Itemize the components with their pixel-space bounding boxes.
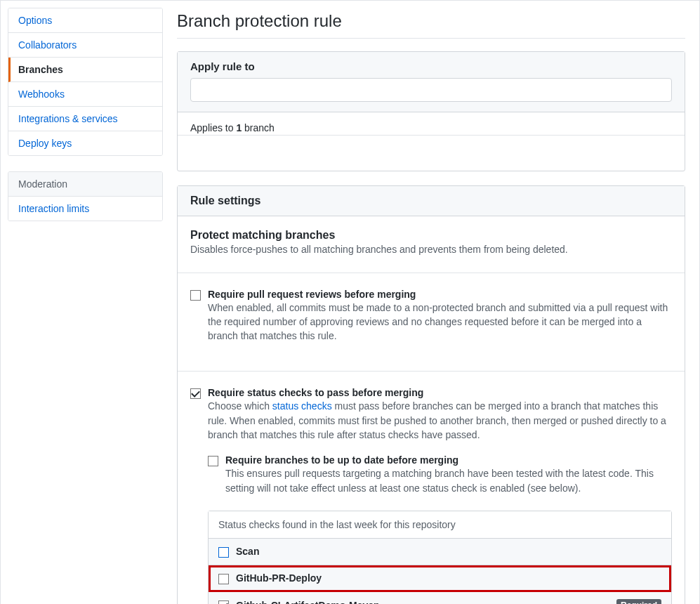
protect-heading: Protect matching branches	[190, 229, 672, 242]
status-checks-link[interactable]: status checks	[272, 400, 332, 412]
status-check-row-ci-maven[interactable]: Github-CI-ArtifactDemo-Maven Required	[209, 592, 671, 604]
applies-to-text: Applies to 1 branch	[178, 112, 685, 136]
protect-desc: Disables force-pushes to all matching br…	[190, 243, 672, 257]
require-up-to-date-desc: This ensures pull requests targeting a m…	[225, 466, 672, 495]
status-check-pr-deploy-label: GitHub-PR-Deploy	[236, 572, 322, 584]
status-check-ci-maven-label: Github-CI-ArtifactDemo-Maven	[236, 600, 380, 604]
nav-item-integrations[interactable]: Integrations & services	[8, 107, 162, 131]
require-status-checks-checkbox[interactable]	[190, 388, 201, 399]
required-badge: Required	[616, 599, 661, 604]
status-check-ci-maven-checkbox[interactable]	[218, 600, 229, 604]
apply-rule-panel: Apply rule to Applies to 1 branch	[177, 51, 685, 171]
require-up-to-date-label: Require branches to be up to date before…	[225, 454, 672, 466]
nav-item-branches[interactable]: Branches	[8, 58, 162, 82]
status-checks-found-label: Status checks found in the last week for…	[209, 511, 671, 539]
branch-pattern-input[interactable]	[190, 78, 672, 102]
require-pr-reviews-desc: When enabled, all commits must be made t…	[208, 301, 672, 343]
nav-item-webhooks[interactable]: Webhooks	[8, 82, 162, 107]
status-check-scan-checkbox[interactable]	[218, 547, 229, 558]
rule-settings-panel: Rule settings Protect matching branches …	[177, 185, 685, 604]
require-pr-reviews-checkbox[interactable]	[190, 290, 201, 301]
rule-settings-header: Rule settings	[178, 186, 685, 216]
settings-nav: Options Collaborators Branches Webhooks …	[8, 8, 163, 156]
require-status-checks-desc: Choose which status checks must pass bef…	[208, 399, 672, 442]
nav-item-collaborators[interactable]: Collaborators	[8, 33, 162, 58]
require-status-checks-label: Require status checks to pass before mer…	[208, 387, 672, 398]
status-check-row-pr-deploy[interactable]: GitHub-PR-Deploy	[209, 565, 671, 592]
nav-item-deploy-keys[interactable]: Deploy keys	[8, 131, 162, 155]
status-check-scan-label: Scan	[236, 546, 259, 557]
require-pr-reviews-label: Require pull request reviews before merg…	[208, 289, 672, 300]
page-title: Branch protection rule	[177, 11, 685, 39]
status-check-pr-deploy-checkbox[interactable]	[218, 574, 229, 584]
nav-item-options[interactable]: Options	[8, 8, 162, 33]
moderation-header: Moderation	[8, 172, 162, 197]
apply-rule-label: Apply rule to	[190, 60, 672, 72]
require-up-to-date-checkbox[interactable]	[208, 456, 218, 466]
moderation-nav: Moderation Interaction limits	[8, 171, 163, 221]
status-checks-box: Status checks found in the last week for…	[208, 511, 672, 604]
nav-item-interaction-limits[interactable]: Interaction limits	[8, 197, 162, 221]
status-check-row-scan[interactable]: Scan	[209, 539, 671, 565]
